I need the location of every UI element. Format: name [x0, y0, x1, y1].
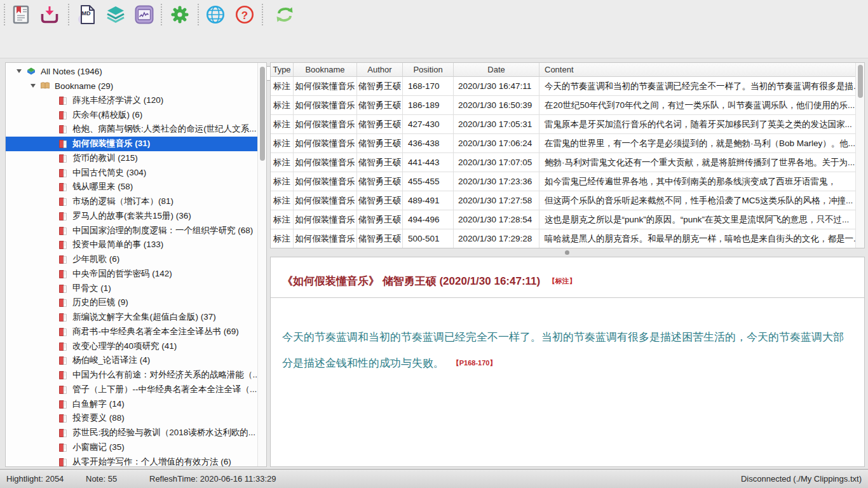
tree-item-book[interactable]: 商君书-中华经典名著全本全注全译丛书 (69): [6, 325, 266, 339]
web-globe-icon[interactable]: [204, 3, 227, 26]
table-row[interactable]: 标注 如何假装懂音乐 储智勇王硕 489-491 2020/1/30 17:27…: [271, 191, 864, 210]
tree-item-book[interactable]: 从零开始学写作：个人增值的有效方法 (6): [6, 454, 266, 467]
red-book-icon: [58, 442, 68, 452]
tree-item-book[interactable]: 中国为什么有前途：对外经济关系的战略潜能（...: [6, 368, 266, 383]
tree-item-book[interactable]: 中国国家治理的制度逻辑：一个组织学研究 (68): [6, 223, 266, 238]
cell-position: 441-443: [403, 153, 454, 172]
tree-item-book[interactable]: 新编说文解字大全集(超值白金版) (37): [6, 310, 266, 325]
tree-item-book[interactable]: 少年凯歌 (6): [6, 252, 266, 267]
column-header-type[interactable]: Type: [271, 63, 294, 76]
splitter-handle[interactable]: [565, 250, 569, 255]
layers-export-icon[interactable]: [104, 3, 127, 26]
red-book-icon: [58, 457, 68, 467]
red-book-icon: [58, 269, 68, 279]
cell-bookname: 如何假装懂音乐: [294, 115, 357, 133]
table-row[interactable]: 标注 如何假装懂音乐 储智勇王硕 427-430 2020/1/30 17:05…: [271, 115, 864, 134]
table-scrollbar-thumb[interactable]: [858, 65, 863, 98]
table-row[interactable]: 标注 如何假装懂音乐 储智勇王硕 168-170 2020/1/30 16:47…: [271, 77, 864, 96]
tree-item-label: 杨伯峻_论语译注 (4): [72, 355, 150, 366]
table-row[interactable]: 标注 如何假装懂音乐 储智勇王硕 455-455 2020/1/30 17:23…: [271, 172, 864, 191]
refresh-icon[interactable]: [273, 3, 296, 26]
note-detail-text: 今天的节奏蓝调和当初的节奏蓝调已经完全不一样了。当初的节奏蓝调有很多是描述困苦生…: [282, 331, 844, 369]
tree-item-book[interactable]: 投资中最简单的事 (133): [6, 238, 266, 252]
tree-item-book[interactable]: 钱从哪里来 (58): [6, 180, 266, 194]
table-row[interactable]: 标注 如何假装懂音乐 储智勇王硕 436-438 2020/1/30 17:06…: [271, 134, 864, 153]
tree-item-all-notes[interactable]: All Notes (1946): [6, 64, 266, 79]
column-header-position[interactable]: Position: [403, 63, 454, 76]
column-header-date[interactable]: Date: [454, 63, 539, 76]
tree-item-book[interactable]: 改变心理学的40项研究 (41): [6, 339, 266, 353]
tree-item-label: 钱从哪里来 (58): [72, 181, 133, 193]
red-book-icon: [58, 384, 68, 395]
cell-author: 储智勇王硕: [357, 229, 403, 248]
tree-item-label: 管子（上下册）--中华经典名著全本全注全译（...: [72, 384, 257, 395]
table-row[interactable]: 标注 如何假装懂音乐 储智勇王硕 494-496 2020/1/30 17:28…: [271, 210, 864, 229]
table-scrollbar[interactable]: [855, 63, 864, 248]
tree-item-book[interactable]: 薛兆丰经济学讲义 (120): [6, 93, 266, 108]
cell-bookname: 如何假装懂音乐: [294, 172, 357, 191]
tree-item-label: 中国古代简史 (304): [72, 167, 146, 179]
cell-author: 储智勇王硕: [357, 172, 403, 191]
column-header-content[interactable]: Content: [539, 63, 864, 76]
tree-item-book[interactable]: 中国古代简史 (304): [6, 165, 266, 180]
red-book-icon: [58, 312, 68, 322]
cell-type: 标注: [271, 229, 294, 248]
book-tree-panel: All Notes (1946) Bookname (29) 薛兆丰经济学讲义 …: [5, 62, 267, 467]
red-book-icon: [58, 95, 68, 105]
tree-item-book[interactable]: 苏世民:我的经验与教训（2018读桥水达利欧的...: [6, 426, 266, 440]
red-book-icon: [58, 355, 68, 365]
svg-text:?: ?: [241, 10, 248, 22]
tree-item-label: 小窗幽记 (35): [72, 442, 125, 453]
markdown-export-icon[interactable]: MD: [76, 3, 98, 26]
import-icon[interactable]: [38, 3, 61, 26]
cell-bookname: 如何假装懂音乐: [294, 191, 357, 210]
column-header-bookname[interactable]: Bookname: [294, 63, 357, 76]
tree-item-book[interactable]: 甲骨文 (1): [6, 281, 266, 295]
cell-content: 如今雷鬼已经传遍世界各地，其中传到南美的那条线演变成了西班牙语雷鬼，: [539, 172, 864, 191]
tree-item-book[interactable]: 白鱼解字 (14): [6, 396, 266, 411]
table-row[interactable]: 标注 如何假装懂音乐 储智勇王硕 500-501 2020/1/30 17:29…: [271, 229, 864, 248]
cell-content: 嘻哈就是黑人的朋克音乐。和最早的朋克一样，嘻哈也是来自街头的文化，都是一...: [539, 229, 864, 248]
cell-type: 标注: [271, 172, 294, 191]
tree-item-book[interactable]: 小窗幽记 (35): [6, 440, 266, 455]
tree-item-book[interactable]: 投资要义 (88): [6, 411, 266, 426]
cell-date: 2020/1/30 16:47:11: [454, 77, 539, 95]
tree-item-book[interactable]: 中央帝国的哲学密码 (142): [6, 267, 266, 281]
sidebar-scrollbar[interactable]: [257, 63, 266, 466]
tree-item-book[interactable]: 罗马人的故事(套装共15册) (36): [6, 209, 266, 224]
help-icon[interactable]: ?: [233, 3, 256, 26]
tree-item-book[interactable]: 货币的教训 (215): [6, 151, 266, 166]
cell-type: 标注: [271, 210, 294, 229]
tree-item-label: 历史的巨镜 (9): [72, 297, 128, 308]
note-detail-panel: 《如何假装懂音乐》 储智勇王硕 (2020/1/30 16:47:11) 【标注…: [270, 257, 865, 467]
red-book-icon: [58, 168, 68, 178]
tree-item-book[interactable]: 枪炮、病菌与钢铁:人类社会的命运(世纪人文系...: [6, 122, 266, 137]
tree-item-label: 市场的逻辑（增订本）(81): [72, 196, 173, 207]
tree-item-label: 投资中最简单的事 (133): [72, 239, 163, 250]
sidebar-scrollbar-thumb[interactable]: [260, 67, 265, 161]
table-row[interactable]: 标注 如何假装懂音乐 储智勇王硕 186-189 2020/1/30 16:50…: [271, 96, 864, 115]
tree-item-book[interactable]: 杨伯峻_论语译注 (4): [6, 353, 266, 368]
tree-item-book[interactable]: 管子（上下册）--中华经典名著全本全注全译（...: [6, 383, 266, 397]
status-connection: Disconnected (./My Clippings.txt): [741, 474, 862, 484]
disclosure-triangle-icon[interactable]: [31, 84, 36, 88]
tree-item-book[interactable]: 市场的逻辑（增订本）(81): [6, 194, 266, 209]
note-detail-title: 《如何假装懂音乐》 储智勇王硕 (2020/1/30 16:47:11): [282, 275, 540, 287]
cell-author: 储智勇王硕: [357, 77, 403, 95]
notes-icon[interactable]: [10, 3, 32, 26]
column-header-author[interactable]: Author: [357, 63, 403, 76]
cell-type: 标注: [271, 96, 294, 114]
cell-content: 但这两个乐队的音乐听起来截然不同，性手枪沿袭了MC5这类乐队的风格，冲撞...: [539, 191, 864, 210]
settings-gear-icon[interactable]: [168, 3, 191, 26]
open-book-icon: [40, 81, 50, 91]
tree-item-book[interactable]: 历史的巨镜 (9): [6, 295, 266, 310]
status-refresh-time: RefleshTime: 2020-06-16 11:33:29: [149, 474, 276, 484]
tree-item-book[interactable]: 庆余年(精校版) (6): [6, 107, 266, 122]
cell-position: 168-170: [403, 77, 454, 95]
table-row[interactable]: 标注 如何假装懂音乐 储智勇王硕 441-443 2020/1/30 17:07…: [271, 153, 864, 172]
disclosure-triangle-icon[interactable]: [17, 69, 22, 73]
book-tree: All Notes (1946) Bookname (29) 薛兆丰经济学讲义 …: [6, 63, 266, 466]
stats-chart-icon[interactable]: [133, 3, 156, 26]
tree-item-book[interactable]: 如何假装懂音乐 (31): [6, 137, 266, 151]
tree-item-bookname[interactable]: Bookname (29): [6, 79, 266, 93]
